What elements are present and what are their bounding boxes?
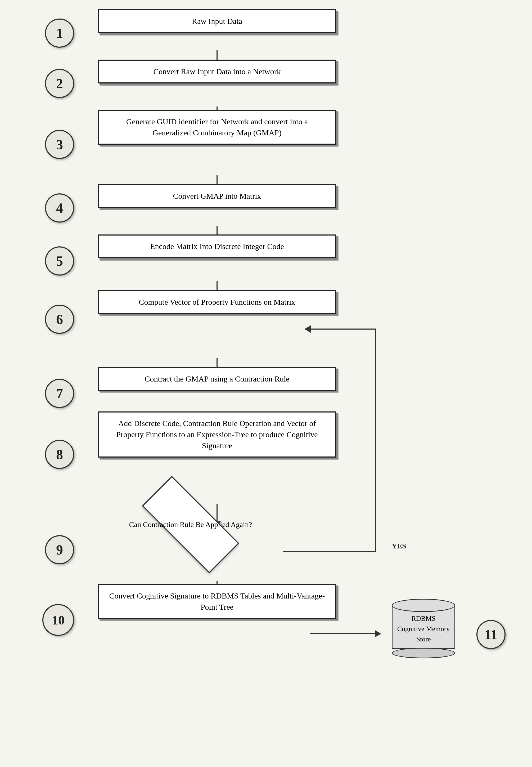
step-6-label: Compute Vector of Property Functions on … (139, 298, 295, 306)
yes-label: YES (392, 542, 406, 550)
svg-marker-23 (375, 630, 381, 638)
step-6-number: 6 (56, 312, 63, 327)
step-2-label: Convert Raw Input Data into a Network (153, 67, 281, 76)
step-4-number: 4 (56, 200, 63, 216)
step-5-number: 5 (56, 253, 63, 269)
diagram-container: YES NO 1 Raw Input Data 2 Convert Raw In… (0, 0, 532, 767)
step-10-circle: 10 (42, 604, 74, 636)
step-9-number: 9 (56, 542, 63, 558)
step-11-circle: 11 (476, 620, 506, 649)
step-1-label: Raw Input Data (192, 17, 242, 25)
step-7-circle: 7 (45, 379, 74, 408)
step-4-label: Convert GMAP into Matrix (173, 191, 261, 200)
step-7-number: 7 (56, 386, 63, 401)
step-4-box: Convert GMAP into Matrix (98, 184, 336, 208)
step-3-circle: 3 (45, 130, 74, 159)
step-6-circle: 6 (45, 305, 74, 334)
step-1-circle: 1 (45, 19, 74, 48)
step-2-box: Convert Raw Input Data into a Network (98, 60, 336, 83)
step-9-circle: 9 (45, 535, 74, 564)
step-9-diamond-text: Can Contraction Rule Be Applied Again? (113, 517, 268, 532)
step-11-number: 11 (484, 627, 497, 643)
step-1-number: 1 (56, 25, 63, 41)
step-5-circle: 5 (45, 247, 74, 276)
step-10-label: Convert Cognitive Signature to RDBMS Tab… (109, 591, 325, 611)
step-7-box: Contract the GMAP using a Contraction Ru… (98, 367, 336, 391)
db-top-ellipse (392, 599, 455, 612)
step-8-number: 8 (56, 447, 63, 462)
step-3-label: Generate GUID identifier for Network and… (126, 117, 308, 137)
step-10-number: 10 (52, 613, 65, 627)
svg-marker-19 (304, 325, 311, 333)
step-8-circle: 8 (45, 440, 74, 469)
db-label-line3: Store (416, 635, 431, 643)
step-9-label: Can Contraction Rule Be Applied Again? (129, 520, 252, 528)
step-2-circle: 2 (45, 69, 74, 98)
step-6-box: Compute Vector of Property Functions on … (98, 290, 336, 314)
step-5-label: Encode Matrix Into Discrete Integer Code (150, 242, 284, 251)
db-label-line2: Cognitive Memory (397, 625, 450, 633)
db-label-line1: RDBMS (411, 615, 435, 622)
step-8-box: Add Discrete Code, Contraction Rule Oper… (98, 411, 336, 457)
step-3-box: Generate GUID identifier for Network and… (98, 110, 336, 145)
step-9-diamond-container: Can Contraction Rule Be Applied Again? (98, 498, 283, 551)
db-body: RDBMS Cognitive Memory Store (392, 607, 455, 649)
step-4-circle: 4 (45, 194, 74, 223)
step-5-box: Encode Matrix Into Discrete Integer Code (98, 235, 336, 258)
step-10-box: Convert Cognitive Signature to RDBMS Tab… (98, 584, 336, 619)
step-3-number: 3 (56, 137, 63, 152)
db-bottom-ellipse (392, 648, 455, 658)
db-cylinder: RDBMS Cognitive Memory Store (386, 599, 461, 658)
step-2-number: 2 (56, 76, 63, 91)
step-7-label: Contract the GMAP using a Contraction Ru… (145, 374, 289, 383)
step-8-label: Add Discrete Code, Contraction Rule Oper… (116, 419, 318, 450)
step-1-box: Raw Input Data (98, 9, 336, 33)
